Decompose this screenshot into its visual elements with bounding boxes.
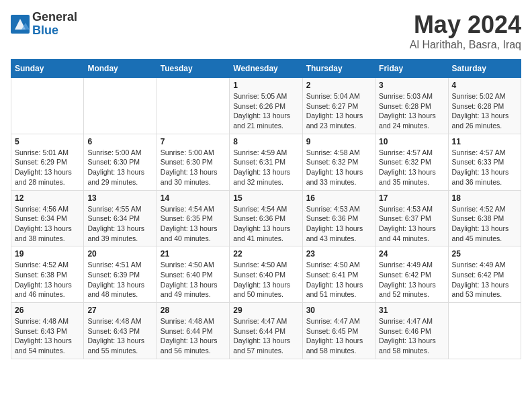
- day-info: Sunrise: 5:00 AM Sunset: 6:30 PM Dayligh…: [161, 148, 226, 187]
- day-info: Sunrise: 4:47 AM Sunset: 6:45 PM Dayligh…: [306, 316, 371, 356]
- calendar-cell: 5Sunrise: 5:01 AM Sunset: 6:29 PM Daylig…: [11, 134, 84, 190]
- calendar-week-row: 1Sunrise: 5:05 AM Sunset: 6:26 PM Daylig…: [11, 78, 521, 134]
- calendar-cell: 18Sunrise: 4:52 AM Sunset: 6:38 PM Dayli…: [448, 190, 521, 246]
- day-number: 6: [87, 137, 152, 146]
- calendar-header-row: SundayMondayTuesdayWednesdayThursdayFrid…: [11, 60, 521, 78]
- day-number: 17: [379, 193, 444, 203]
- day-number: 19: [15, 249, 80, 259]
- day-number: 30: [306, 306, 371, 315]
- calendar-table: SundayMondayTuesdayWednesdayThursdayFrid…: [11, 59, 521, 359]
- day-info: Sunrise: 4:52 AM Sunset: 6:38 PM Dayligh…: [15, 260, 80, 300]
- location-subtitle: Al Harithah, Basra, Iraq: [410, 39, 521, 51]
- day-info: Sunrise: 4:55 AM Sunset: 6:34 PM Dayligh…: [87, 204, 152, 244]
- day-number: 5: [15, 137, 80, 146]
- calendar-cell: 15Sunrise: 4:54 AM Sunset: 6:36 PM Dayli…: [230, 190, 302, 246]
- calendar-cell: 17Sunrise: 4:53 AM Sunset: 6:37 PM Dayli…: [375, 190, 448, 246]
- day-info: Sunrise: 4:50 AM Sunset: 6:40 PM Dayligh…: [161, 260, 226, 300]
- calendar-cell: [84, 78, 157, 134]
- day-info: Sunrise: 4:48 AM Sunset: 6:43 PM Dayligh…: [15, 316, 80, 356]
- day-number: 11: [452, 137, 517, 146]
- day-number: 10: [379, 137, 444, 146]
- calendar-cell: [11, 78, 84, 134]
- day-info: Sunrise: 4:54 AM Sunset: 6:35 PM Dayligh…: [161, 204, 226, 244]
- day-number: 22: [233, 249, 298, 259]
- calendar-cell: 22Sunrise: 4:50 AM Sunset: 6:40 PM Dayli…: [230, 246, 302, 303]
- day-number: 21: [161, 249, 226, 259]
- calendar-cell: 11Sunrise: 4:57 AM Sunset: 6:33 PM Dayli…: [448, 134, 521, 190]
- calendar-cell: 20Sunrise: 4:51 AM Sunset: 6:39 PM Dayli…: [84, 246, 157, 303]
- day-info: Sunrise: 5:00 AM Sunset: 6:30 PM Dayligh…: [87, 148, 152, 187]
- day-info: Sunrise: 4:50 AM Sunset: 6:41 PM Dayligh…: [306, 260, 371, 300]
- calendar-week-row: 12Sunrise: 4:56 AM Sunset: 6:34 PM Dayli…: [11, 190, 521, 246]
- col-header-sunday: Sunday: [11, 60, 84, 78]
- day-info: Sunrise: 4:56 AM Sunset: 6:34 PM Dayligh…: [15, 204, 80, 244]
- day-number: 31: [379, 306, 444, 315]
- day-number: 18: [452, 193, 517, 203]
- col-header-tuesday: Tuesday: [157, 60, 229, 78]
- calendar-cell: 19Sunrise: 4:52 AM Sunset: 6:38 PM Dayli…: [11, 246, 84, 303]
- day-number: 23: [306, 249, 371, 259]
- day-number: 9: [306, 137, 371, 146]
- title-block: May 2024 Al Harithah, Basra, Iraq: [410, 11, 521, 51]
- day-number: 12: [15, 193, 80, 203]
- day-info: Sunrise: 4:49 AM Sunset: 6:42 PM Dayligh…: [452, 260, 517, 300]
- calendar-cell: 31Sunrise: 4:47 AM Sunset: 6:46 PM Dayli…: [375, 303, 448, 359]
- calendar-week-row: 5Sunrise: 5:01 AM Sunset: 6:29 PM Daylig…: [11, 134, 521, 190]
- calendar-cell: 1Sunrise: 5:05 AM Sunset: 6:26 PM Daylig…: [230, 78, 302, 134]
- day-number: 13: [87, 193, 152, 203]
- logo-blue-text: Blue: [32, 24, 77, 38]
- day-number: 27: [87, 306, 152, 315]
- col-header-friday: Friday: [375, 60, 448, 78]
- col-header-monday: Monday: [84, 60, 157, 78]
- day-info: Sunrise: 4:48 AM Sunset: 6:44 PM Dayligh…: [161, 316, 226, 356]
- day-number: 25: [452, 249, 517, 259]
- day-number: 15: [233, 193, 298, 203]
- calendar-cell: 7Sunrise: 5:00 AM Sunset: 6:30 PM Daylig…: [157, 134, 229, 190]
- calendar-cell: 10Sunrise: 4:57 AM Sunset: 6:32 PM Dayli…: [375, 134, 448, 190]
- day-number: 3: [379, 81, 444, 90]
- calendar-week-row: 26Sunrise: 4:48 AM Sunset: 6:43 PM Dayli…: [11, 303, 521, 359]
- day-number: 16: [306, 193, 371, 203]
- day-info: Sunrise: 4:59 AM Sunset: 6:31 PM Dayligh…: [233, 148, 298, 187]
- day-info: Sunrise: 5:05 AM Sunset: 6:26 PM Dayligh…: [233, 91, 298, 131]
- calendar-cell: 27Sunrise: 4:48 AM Sunset: 6:43 PM Dayli…: [84, 303, 157, 359]
- page-header: General Blue May 2024 Al Harithah, Basra…: [11, 11, 521, 51]
- calendar-cell: 4Sunrise: 5:02 AM Sunset: 6:28 PM Daylig…: [448, 78, 521, 134]
- day-info: Sunrise: 5:04 AM Sunset: 6:27 PM Dayligh…: [306, 91, 371, 131]
- day-number: 4: [452, 81, 517, 90]
- day-number: 29: [233, 306, 298, 315]
- day-info: Sunrise: 4:53 AM Sunset: 6:37 PM Dayligh…: [379, 204, 444, 244]
- day-number: 20: [87, 249, 152, 259]
- col-header-saturday: Saturday: [448, 60, 521, 78]
- day-number: 14: [161, 193, 226, 203]
- day-info: Sunrise: 4:58 AM Sunset: 6:32 PM Dayligh…: [306, 148, 371, 187]
- calendar-cell: 25Sunrise: 4:49 AM Sunset: 6:42 PM Dayli…: [448, 246, 521, 303]
- day-number: 2: [306, 81, 371, 90]
- day-info: Sunrise: 4:57 AM Sunset: 6:33 PM Dayligh…: [452, 148, 517, 187]
- day-info: Sunrise: 4:53 AM Sunset: 6:36 PM Dayligh…: [306, 204, 371, 244]
- calendar-cell: [157, 78, 229, 134]
- day-info: Sunrise: 4:49 AM Sunset: 6:42 PM Dayligh…: [379, 260, 444, 300]
- col-header-thursday: Thursday: [302, 60, 375, 78]
- day-number: 26: [15, 306, 80, 315]
- day-info: Sunrise: 4:51 AM Sunset: 6:39 PM Dayligh…: [87, 260, 152, 300]
- day-info: Sunrise: 4:57 AM Sunset: 6:32 PM Dayligh…: [379, 148, 444, 187]
- calendar-cell: 6Sunrise: 5:00 AM Sunset: 6:30 PM Daylig…: [84, 134, 157, 190]
- calendar-cell: 21Sunrise: 4:50 AM Sunset: 6:40 PM Dayli…: [157, 246, 229, 303]
- calendar-cell: 28Sunrise: 4:48 AM Sunset: 6:44 PM Dayli…: [157, 303, 229, 359]
- calendar-cell: 12Sunrise: 4:56 AM Sunset: 6:34 PM Dayli…: [11, 190, 84, 246]
- day-number: 7: [161, 137, 226, 146]
- calendar-cell: 24Sunrise: 4:49 AM Sunset: 6:42 PM Dayli…: [375, 246, 448, 303]
- calendar-cell: 29Sunrise: 4:47 AM Sunset: 6:44 PM Dayli…: [230, 303, 302, 359]
- calendar-cell: 13Sunrise: 4:55 AM Sunset: 6:34 PM Dayli…: [84, 190, 157, 246]
- day-info: Sunrise: 4:50 AM Sunset: 6:40 PM Dayligh…: [233, 260, 298, 300]
- logo-general-text: General: [32, 11, 77, 24]
- day-info: Sunrise: 4:47 AM Sunset: 6:46 PM Dayligh…: [379, 316, 444, 356]
- logo-text: General Blue: [32, 11, 77, 38]
- calendar-cell: 14Sunrise: 4:54 AM Sunset: 6:35 PM Dayli…: [157, 190, 229, 246]
- day-number: 8: [233, 137, 298, 146]
- calendar-cell: [448, 303, 521, 359]
- day-info: Sunrise: 5:03 AM Sunset: 6:28 PM Dayligh…: [379, 91, 444, 131]
- calendar-cell: 8Sunrise: 4:59 AM Sunset: 6:31 PM Daylig…: [230, 134, 302, 190]
- col-header-wednesday: Wednesday: [230, 60, 302, 78]
